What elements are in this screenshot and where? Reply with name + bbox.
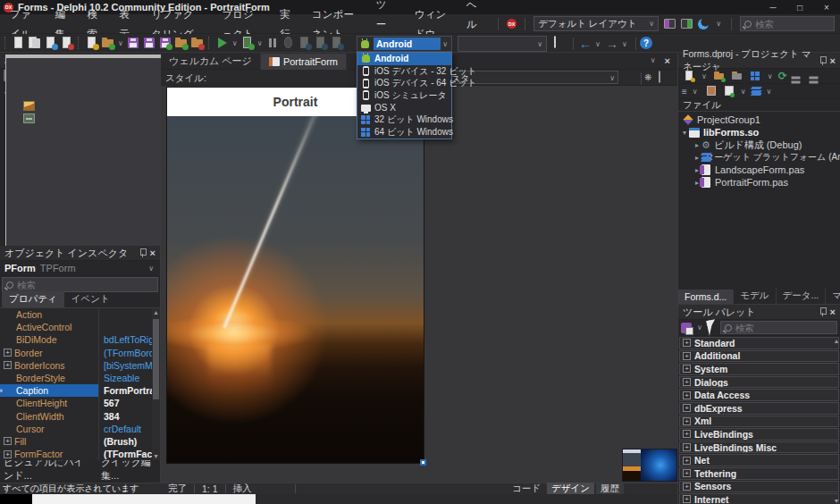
property-value[interactable]: [biSystemMenu,biMi: [98, 359, 160, 372]
property-row[interactable]: +Fill (Brush): [0, 435, 160, 448]
category-net[interactable]: +Net: [679, 454, 839, 466]
inspector-search-box[interactable]: [2, 277, 158, 292]
category-livebindings-misc[interactable]: +LiveBindings Misc: [679, 441, 839, 454]
expand-plus-icon[interactable]: +: [683, 404, 691, 412]
tree-node-target-platforms[interactable]: ▸ ターゲット プラットフォーム (Android): [678, 151, 840, 164]
tree-node-landscapeform[interactable]: ▸ LandscapeForm.pas: [678, 164, 840, 176]
property-value[interactable]: [98, 308, 160, 321]
expand-plus-icon[interactable]: +: [683, 352, 691, 360]
ide-search-box[interactable]: [740, 16, 835, 31]
expand-plus-icon[interactable]: +: [683, 457, 691, 465]
category-tethering[interactable]: +Tethering: [679, 467, 839, 480]
pin-icon[interactable]: [819, 56, 826, 65]
category-data-access[interactable]: +Data Access: [679, 389, 839, 401]
dropdown-item-osx[interactable]: OS X: [357, 102, 451, 114]
category-xml[interactable]: +Xml: [679, 416, 839, 428]
property-row[interactable]: BorderStyle Sizeable: [0, 372, 160, 384]
save-all-icon[interactable]: [142, 36, 156, 50]
scroll-down-icon[interactable]: ▼: [152, 453, 160, 459]
new-file-icon[interactable]: [12, 36, 26, 50]
navigate-forward-icon[interactable]: →: [606, 38, 618, 50]
expand-plus-icon[interactable]: +: [683, 443, 691, 451]
category-additional[interactable]: +Additional: [679, 350, 839, 363]
expand-nodes-icon[interactable]: [810, 70, 822, 82]
chevron-down-icon[interactable]: ∨: [693, 88, 698, 96]
expand-plus-icon[interactable]: +: [683, 339, 691, 347]
open-project-icon[interactable]: [174, 36, 189, 50]
navigate-back-icon[interactable]: ←: [579, 38, 592, 50]
chevron-down-icon[interactable]: ∨: [767, 88, 772, 96]
property-row[interactable]: +BorderIcons [biSystemMenu,biMi: [0, 359, 160, 372]
expand-arrow-icon[interactable]: ▾: [680, 129, 689, 137]
tree-node-pform[interactable]: ▾ PForm: [0, 87, 160, 99]
activate-project-icon[interactable]: [683, 70, 695, 82]
category-dbexpress[interactable]: +dbExpress: [679, 402, 839, 415]
configuration-combo[interactable]: ∨: [458, 36, 547, 52]
compile-icon[interactable]: [722, 85, 735, 97]
close-panel-icon[interactable]: ×: [830, 56, 836, 66]
tab-multidevice[interactable]: マルチデ...: [826, 288, 840, 304]
save-as-icon[interactable]: [158, 36, 172, 50]
category-internet[interactable]: +Internet: [679, 493, 839, 504]
collapse-nodes-icon[interactable]: [792, 70, 804, 82]
cursor-arrow-icon[interactable]: [706, 319, 718, 336]
category-livebindings[interactable]: +LiveBindings: [679, 428, 839, 441]
toolbar-grip[interactable]: [78, 37, 81, 49]
property-row[interactable]: ClientWidth 384: [0, 410, 160, 423]
run-icon[interactable]: [215, 36, 230, 50]
close-tab-icon[interactable]: ×: [665, 56, 670, 66]
expand-arrow-icon[interactable]: ▸: [693, 141, 701, 149]
dropdown-item-ios64[interactable]: iOS デバイス - 64 ビット: [357, 77, 451, 89]
close-panel-icon[interactable]: ×: [830, 307, 836, 317]
palette-scrollbar[interactable]: ▲ ▼: [833, 336, 840, 504]
category-dialogs[interactable]: +Dialogs: [679, 376, 839, 389]
sunset-photo-image[interactable]: [167, 116, 424, 461]
dropdown-item-win64[interactable]: 64 ビット Windows: [357, 126, 451, 139]
expand-plus-icon[interactable]: +: [4, 437, 12, 445]
property-value[interactable]: (TFormBorder): [98, 347, 160, 359]
expand-plus-icon[interactable]: +: [683, 365, 691, 373]
dropdown-item-win32[interactable]: 32 ビット Windows: [357, 113, 451, 126]
new-item-icon[interactable]: [85, 36, 99, 50]
close-panel-icon[interactable]: ×: [150, 248, 155, 258]
build-order-icon[interactable]: ≡: [682, 87, 687, 97]
scroll-down-icon[interactable]: ▼: [833, 498, 840, 504]
expand-plus-icon[interactable]: +: [4, 361, 12, 369]
tab-properties[interactable]: プロパティ: [2, 291, 64, 307]
sync-refresh-icon[interactable]: ⟳: [778, 70, 787, 82]
toolbar-grip[interactable]: [4, 37, 8, 49]
tab-list-chevron-icon[interactable]: ∨: [651, 56, 656, 66]
dropdown-item-android[interactable]: Android: [357, 53, 451, 65]
toolbar-grip[interactable]: [208, 37, 212, 49]
dropdown-item-ios32[interactable]: iOS デバイス - 32 ビット: [357, 65, 451, 78]
minimize-button[interactable]: ─: [760, 0, 786, 14]
expand-plus-icon[interactable]: +: [683, 417, 691, 425]
run-options-chevron-icon[interactable]: ∨: [257, 39, 263, 47]
chevron-down-icon[interactable]: ∨: [741, 88, 746, 96]
expand-plus-icon[interactable]: +: [683, 483, 691, 491]
target-platform-combo[interactable]: Android ∨: [357, 36, 452, 52]
property-row[interactable]: Cursor crDefault: [0, 423, 160, 435]
tab-portraitform[interactable]: PortraitForm: [261, 54, 347, 70]
form-resize-handle[interactable]: [420, 459, 426, 466]
property-value[interactable]: 567: [98, 397, 160, 409]
property-value[interactable]: bdLeftToRight: [98, 333, 160, 346]
device-preview-icon[interactable]: [659, 71, 660, 82]
new-project-icon[interactable]: [60, 36, 74, 50]
palette-search-input[interactable]: [735, 323, 789, 333]
inspector-object-selector[interactable]: PForm TPForm ∨: [0, 261, 160, 276]
tab-model[interactable]: モデル: [734, 288, 776, 304]
close-button[interactable]: ×: [813, 0, 840, 14]
property-row[interactable]: BiDiMode bdLeftToRight: [0, 333, 160, 346]
dropdown-item-ios-simulator[interactable]: iOS シミュレータ: [357, 89, 451, 102]
apply-layout-icon[interactable]: [681, 19, 693, 29]
property-row[interactable]: ClientHeight 567: [0, 397, 160, 409]
forward-chevron-icon[interactable]: ∨: [622, 40, 627, 48]
property-value[interactable]: crDefault: [98, 423, 160, 435]
form-designer-canvas[interactable]: Portrait: [161, 86, 677, 483]
package-icon[interactable]: [681, 323, 692, 333]
scrollbar-thumb[interactable]: [153, 319, 159, 399]
property-value[interactable]: Sizeable: [98, 372, 160, 384]
property-row[interactable]: +Border (TFormBorder): [0, 347, 160, 359]
tab-data[interactable]: データ...: [777, 288, 827, 304]
